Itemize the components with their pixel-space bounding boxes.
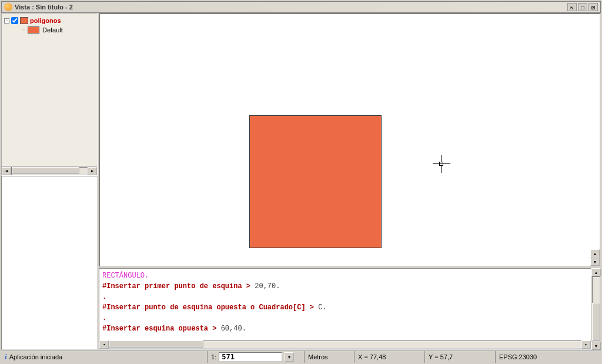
map-canvas[interactable]: ▴ ▾ bbox=[99, 13, 601, 267]
layer-tree-item[interactable]: − poligonos bbox=[4, 16, 95, 25]
scroll-track[interactable] bbox=[109, 340, 581, 349]
tree-collapse-icon[interactable]: − bbox=[4, 18, 9, 24]
scroll-thumb[interactable] bbox=[109, 340, 203, 348]
legend-swatch bbox=[28, 26, 39, 34]
scroll-left-button[interactable]: ◂ bbox=[99, 340, 109, 349]
scale-prefix-label: 1: bbox=[211, 353, 216, 360]
console-vertical-scrollbar[interactable]: ▴ ▾ bbox=[591, 268, 601, 350]
close-button[interactable]: ⊠ bbox=[588, 3, 598, 11]
console-prompt: . bbox=[102, 314, 106, 322]
scale-dropdown-button[interactable]: ▾ bbox=[285, 352, 294, 362]
console-prompt: #Insertar esquina opuesta > bbox=[102, 325, 216, 333]
left-sidebar: − poligonos ┈ Default ◂ bbox=[1, 13, 99, 350]
scroll-right-button[interactable]: ▸ bbox=[581, 340, 591, 349]
window-title: Vista : Sin título - 2 bbox=[15, 4, 567, 11]
app-icon bbox=[4, 3, 12, 11]
layers-toc: − poligonos ┈ Default ◂ bbox=[1, 13, 98, 176]
console-prompt: . bbox=[102, 293, 106, 301]
x-coordinate-label: X = 77,48 bbox=[358, 353, 386, 360]
layer-name-label: poligonos bbox=[30, 17, 61, 24]
units-label: Metros bbox=[308, 353, 328, 360]
legend-item: ┈ Default bbox=[4, 25, 95, 35]
minimize-internal-button[interactable]: ⇱ bbox=[567, 3, 577, 11]
restore-button[interactable]: ❐ bbox=[578, 3, 587, 11]
legend-label: Default bbox=[42, 26, 63, 34]
scroll-thumb[interactable] bbox=[592, 303, 600, 341]
main-window: Vista : Sin título - 2 ⇱ ❐ ⊠ − poligonos… bbox=[0, 0, 602, 364]
console-horizontal-scrollbar[interactable]: ◂ ▸ bbox=[99, 340, 591, 349]
tree-connector-icon: ┈ bbox=[22, 27, 25, 33]
command-name-label: RECTÁNGULO. bbox=[102, 272, 149, 280]
scroll-thumb[interactable] bbox=[12, 167, 79, 174]
scroll-up-button[interactable]: ▴ bbox=[591, 268, 601, 276]
overview-panel bbox=[1, 176, 98, 350]
rectangle-feature[interactable] bbox=[249, 115, 382, 248]
command-console: RECTÁNGULO. #Insertar primer punto de es… bbox=[99, 267, 601, 350]
console-prompt: #Insertar primer punto de esquina > bbox=[102, 282, 250, 290]
console-output[interactable]: RECTÁNGULO. #Insertar primer punto de es… bbox=[99, 268, 591, 350]
status-bar: i Aplicación iniciada 1: ▾ Metros X = 77… bbox=[1, 350, 601, 363]
canvas-scroll-down-button[interactable]: ▾ bbox=[590, 258, 600, 266]
scale-input[interactable] bbox=[219, 352, 282, 362]
cursor-crosshair-icon bbox=[433, 155, 450, 173]
titlebar: Vista : Sin título - 2 ⇱ ❐ ⊠ bbox=[1, 1, 601, 13]
info-icon: i bbox=[5, 352, 7, 362]
console-value: 60,40. bbox=[216, 325, 246, 333]
console-prompt: #Insertar punto de esquina opuesta o Cua… bbox=[102, 303, 314, 312]
console-value: 20,70. bbox=[250, 282, 280, 290]
status-message: Aplicación iniciada bbox=[9, 353, 63, 360]
scroll-track[interactable] bbox=[11, 167, 88, 175]
canvas-scroll-up-button[interactable]: ▴ bbox=[590, 249, 600, 258]
console-value: C. bbox=[314, 303, 327, 312]
scroll-track[interactable] bbox=[592, 276, 600, 342]
scroll-right-button[interactable]: ▸ bbox=[88, 167, 97, 175]
y-coordinate-label: Y = 57,7 bbox=[429, 353, 453, 360]
layer-visibility-checkbox[interactable] bbox=[11, 17, 18, 24]
scroll-left-button[interactable]: ◂ bbox=[2, 167, 11, 175]
toc-horizontal-scrollbar[interactable]: ◂ ▸ bbox=[2, 166, 97, 175]
srs-label: EPSG:23030 bbox=[499, 353, 537, 360]
layer-color-swatch bbox=[20, 17, 28, 24]
scroll-down-button[interactable]: ▾ bbox=[591, 342, 601, 350]
